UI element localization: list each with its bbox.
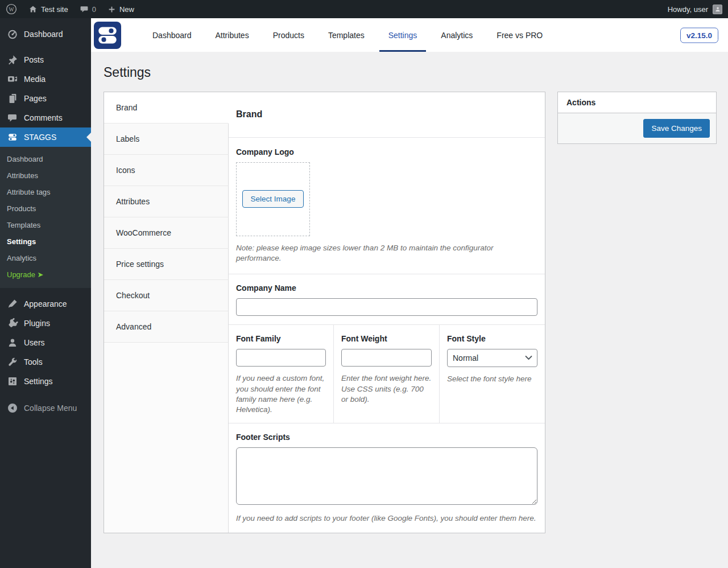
account-menu[interactable]: Howdy, user (668, 5, 728, 14)
submenu-item-dashboard[interactable]: Dashboard (0, 151, 91, 167)
logo-note: Note: please keep image sizes lower than… (236, 243, 537, 264)
sidebar-item-label: Appearance (24, 299, 67, 308)
pages-icon (7, 93, 18, 104)
tab-price-settings[interactable]: Price settings (104, 249, 229, 280)
tab-brand[interactable]: Brand (104, 92, 229, 124)
sidebar-item-label: Dashboard (24, 30, 63, 39)
sidebar-item-pages[interactable]: Pages (0, 89, 91, 108)
tab-advanced[interactable]: Advanced (104, 311, 229, 343)
submenu-item-analytics[interactable]: Analytics (0, 250, 91, 266)
nav-item-dashboard[interactable]: Dashboard (143, 18, 201, 52)
sidebar-item-label: Pages (24, 94, 47, 103)
font-style-description: Select the font style here (447, 374, 537, 384)
sidebar-item-appearance[interactable]: Appearance (0, 294, 91, 314)
tab-labels[interactable]: Labels (104, 124, 229, 155)
wordpress-menu-button[interactable]: W (0, 0, 23, 18)
section-heading: Brand (229, 92, 545, 138)
font-weight-label: Font Weight (341, 334, 432, 343)
brand-settings-content: Brand Company Logo Select Image Note: pl… (229, 92, 545, 533)
sidebar-item-posts[interactable]: Posts (0, 50, 91, 69)
pin-icon (7, 54, 18, 65)
footer-scripts-label: Footer Scripts (236, 433, 537, 442)
tab-icons[interactable]: Icons (104, 155, 229, 186)
tab-woocommerce[interactable]: WooCommerce (104, 217, 229, 249)
select-image-button[interactable]: Select Image (242, 190, 304, 208)
sidebar-item-label: Users (24, 338, 45, 347)
admin-sidebar: Dashboard Posts Media Pages Comments STA… (0, 18, 91, 568)
sidebar-item-settings[interactable]: Settings (0, 372, 91, 391)
comments-icon (7, 112, 18, 124)
tab-checkout[interactable]: Checkout (104, 280, 229, 311)
user-icon (7, 337, 18, 348)
submenu-item-attribute-tags[interactable]: Attribute tags (0, 184, 91, 200)
logo-dropzone[interactable]: Select Image (236, 162, 310, 236)
company-logo-label: Company Logo (236, 147, 537, 157)
tab-list-filler (104, 343, 229, 533)
collapse-menu-label: Collapse Menu (24, 404, 77, 413)
sidebar-item-tools[interactable]: Tools (0, 352, 91, 372)
nav-item-products[interactable]: Products (264, 18, 313, 52)
actions-panel: Actions Save Changes (557, 92, 717, 144)
font-family-column: Font Family If you need a custom font, y… (229, 325, 333, 423)
submenu-item-templates[interactable]: Templates (0, 217, 91, 233)
font-style-label: Font Style (447, 334, 537, 343)
nav-item-settings[interactable]: Settings (379, 18, 427, 52)
version-badge: v2.15.0 (680, 27, 718, 43)
submenu-item-settings[interactable]: Settings (0, 233, 91, 250)
wrench-icon (7, 356, 18, 368)
sidebar-item-label: Media (24, 75, 46, 84)
site-name: Test site (41, 5, 68, 14)
comment-count: 0 (92, 5, 96, 14)
staggs-header: Dashboard Attributes Products Templates … (91, 18, 728, 52)
submenu-item-products[interactable]: Products (0, 200, 91, 217)
visit-site-button[interactable]: Test site (23, 0, 74, 18)
nav-item-analytics[interactable]: Analytics (432, 18, 482, 52)
settings-tab-list: Brand Labels Icons Attributes WooCommerc… (104, 92, 229, 533)
company-name-section: Company Name (229, 274, 545, 325)
sidebar-item-dashboard[interactable]: Dashboard (0, 24, 91, 44)
save-changes-button[interactable]: Save Changes (643, 119, 710, 138)
comment-bubble-icon (80, 5, 89, 14)
sidebar-item-label: Posts (24, 55, 44, 64)
sidebar-item-media[interactable]: Media (0, 69, 91, 89)
footer-scripts-description: If you need to add scripts to your foote… (236, 513, 537, 524)
nav-item-free-vs-pro[interactable]: Free vs PRO (487, 18, 552, 52)
company-logo-section: Company Logo Select Image Note: please k… (229, 138, 545, 274)
new-label: New (119, 5, 134, 14)
wordpress-logo-icon: W (6, 3, 17, 15)
new-content-button[interactable]: New (102, 0, 140, 18)
staggs-logo[interactable] (94, 22, 121, 49)
sidebar-item-users[interactable]: Users (0, 333, 91, 352)
brand-heading: Brand (236, 109, 262, 120)
font-family-description: If you need a custom font, you should en… (236, 373, 326, 415)
svg-text:W: W (9, 7, 14, 13)
comments-button[interactable]: 0 (74, 0, 102, 18)
submenu-item-upgrade[interactable]: Upgrade ➤ (0, 266, 91, 283)
plug-icon (7, 318, 18, 329)
font-weight-input[interactable] (341, 349, 432, 367)
sidebar-item-label: Settings (24, 377, 53, 386)
nav-item-attributes[interactable]: Attributes (206, 18, 258, 52)
settings-panel: Brand Labels Icons Attributes WooCommerc… (104, 92, 545, 534)
font-settings-row: Font Family If you need a custom font, y… (229, 325, 545, 423)
staggs-icon (7, 131, 18, 143)
font-family-input[interactable] (236, 349, 326, 367)
sidebar-item-comments[interactable]: Comments (0, 108, 91, 127)
collapse-menu-button[interactable]: Collapse Menu (0, 398, 91, 418)
actions-title: Actions (558, 92, 716, 113)
sidebar-item-plugins[interactable]: Plugins (0, 314, 91, 333)
brush-icon (7, 298, 18, 310)
nav-item-templates[interactable]: Templates (319, 18, 374, 52)
font-style-select[interactable]: Normal (447, 349, 537, 367)
submenu-item-attributes[interactable]: Attributes (0, 167, 91, 184)
footer-scripts-textarea[interactable] (236, 447, 537, 505)
tab-attributes[interactable]: Attributes (104, 186, 229, 217)
media-icon (7, 73, 18, 85)
company-name-input[interactable] (236, 298, 537, 316)
actions-body: Save Changes (558, 113, 716, 143)
howdy-text: Howdy, user (668, 5, 708, 14)
sidebar-item-staggs[interactable]: STAGGS (0, 127, 91, 147)
page-title: Settings (104, 64, 717, 84)
font-family-label: Font Family (236, 334, 326, 343)
staggs-submenu: Dashboard Attributes Attribute tags Prod… (0, 147, 91, 288)
